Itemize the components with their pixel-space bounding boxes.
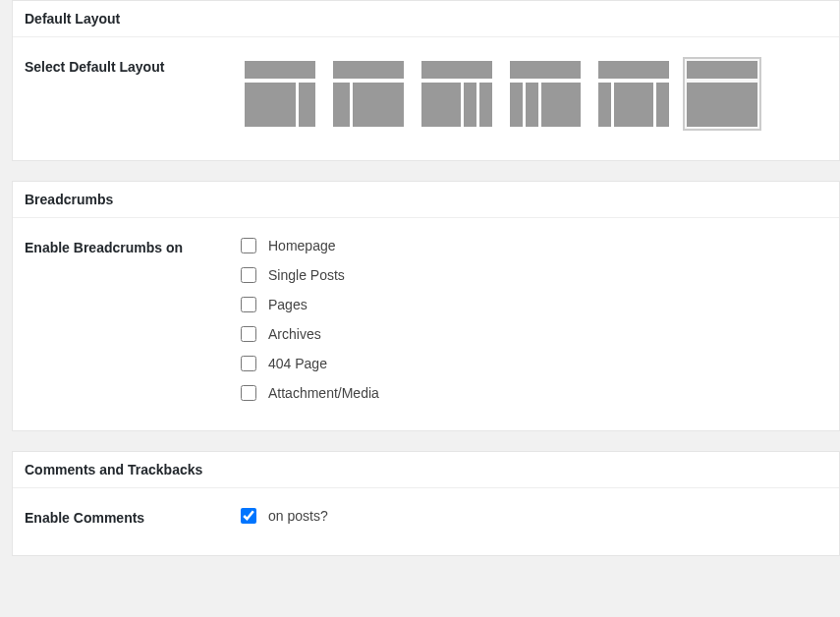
layout-body-icon [333, 83, 404, 127]
layout-col-narrow-icon [464, 83, 476, 127]
breadcrumbs-field-row: Enable Breadcrumbs on Homepage Single Po… [25, 238, 827, 401]
breadcrumb-option-pages: Pages [241, 297, 827, 312]
breadcrumb-label-homepage[interactable]: Homepage [268, 238, 336, 253]
layout-col-narrow-icon [598, 83, 611, 127]
breadcrumb-option-attachment: Attachment/Media [241, 385, 827, 401]
breadcrumb-checkbox-404[interactable] [241, 356, 256, 371]
layout-col-wide-icon [245, 83, 296, 127]
comments-field-label: Enable Comments [25, 508, 241, 526]
comments-field-row: Enable Comments on posts? [25, 508, 827, 526]
layout-header-icon [333, 61, 404, 79]
layout-col-narrow-icon [299, 83, 315, 127]
layout-option-content-sidebar-sidebar[interactable] [418, 57, 496, 131]
breadcrumbs-body: Enable Breadcrumbs on Homepage Single Po… [13, 218, 839, 430]
breadcrumb-label-single-posts[interactable]: Single Posts [268, 267, 345, 283]
default-layout-body: Select Default Layout [13, 37, 839, 160]
comments-option-on-posts: on posts? [241, 508, 827, 524]
breadcrumb-label-404[interactable]: 404 Page [268, 356, 327, 371]
comments-checkbox-on-posts[interactable] [241, 508, 256, 524]
default-layout-header: Default Layout [13, 1, 839, 37]
layout-col-wide-icon [614, 83, 653, 127]
breadcrumbs-header: Breadcrumbs [13, 182, 839, 218]
layout-col-narrow-icon [479, 83, 492, 127]
layout-col-full-icon [687, 83, 757, 127]
layout-option-content-sidebar[interactable] [241, 57, 319, 131]
comments-header: Comments and Trackbacks [13, 452, 839, 488]
layout-col-narrow-icon [656, 83, 669, 127]
layout-field-control [241, 57, 827, 131]
layout-option-sidebar-content[interactable] [329, 57, 408, 131]
layout-col-narrow-icon [526, 83, 538, 127]
layout-body-icon [510, 83, 581, 127]
layout-col-wide-icon [541, 83, 581, 127]
layout-body-icon [245, 83, 315, 127]
breadcrumb-option-404: 404 Page [241, 356, 827, 371]
breadcrumb-checkbox-archives[interactable] [241, 326, 256, 342]
layout-field-row: Select Default Layout [25, 57, 827, 131]
breadcrumb-option-homepage: Homepage [241, 238, 827, 253]
layout-header-icon [598, 61, 669, 79]
default-layout-panel: Default Layout Select Default Layout [12, 0, 840, 161]
layout-option-sidebar-sidebar-content[interactable] [506, 57, 585, 131]
breadcrumb-label-archives[interactable]: Archives [268, 326, 321, 342]
layout-option-full-width[interactable] [683, 57, 761, 131]
layout-header-icon [245, 61, 315, 79]
breadcrumbs-field-control: Homepage Single Posts Pages Archives [241, 238, 827, 401]
comments-checkbox-list: on posts? [241, 508, 827, 524]
breadcrumb-option-single-posts: Single Posts [241, 267, 827, 283]
layout-col-narrow-icon [510, 83, 523, 127]
layout-field-label: Select Default Layout [25, 57, 241, 75]
breadcrumbs-checkbox-list: Homepage Single Posts Pages Archives [241, 238, 827, 401]
breadcrumb-label-pages[interactable]: Pages [268, 297, 308, 312]
comments-label-on-posts[interactable]: on posts? [268, 508, 328, 524]
breadcrumb-label-attachment[interactable]: Attachment/Media [268, 385, 379, 401]
breadcrumb-checkbox-single-posts[interactable] [241, 267, 256, 283]
layout-col-wide-icon [421, 83, 461, 127]
layout-col-narrow-icon [333, 83, 350, 127]
layout-col-wide-icon [353, 83, 404, 127]
layout-body-icon [687, 83, 757, 127]
comments-field-control: on posts? [241, 508, 827, 524]
layout-body-icon [421, 83, 492, 127]
layout-header-icon [687, 61, 757, 79]
layout-option-sidebar-content-sidebar[interactable] [594, 57, 673, 131]
comments-panel: Comments and Trackbacks Enable Comments … [12, 451, 840, 556]
breadcrumbs-panel: Breadcrumbs Enable Breadcrumbs on Homepa… [12, 181, 840, 431]
breadcrumb-checkbox-homepage[interactable] [241, 238, 256, 253]
layout-header-icon [421, 61, 492, 79]
layout-options [241, 57, 827, 131]
breadcrumb-checkbox-pages[interactable] [241, 297, 256, 312]
layout-header-icon [510, 61, 581, 79]
comments-body: Enable Comments on posts? [13, 488, 839, 555]
layout-body-icon [598, 83, 669, 127]
breadcrumb-option-archives: Archives [241, 326, 827, 342]
breadcrumbs-field-label: Enable Breadcrumbs on [25, 238, 241, 255]
breadcrumb-checkbox-attachment[interactable] [241, 385, 256, 401]
